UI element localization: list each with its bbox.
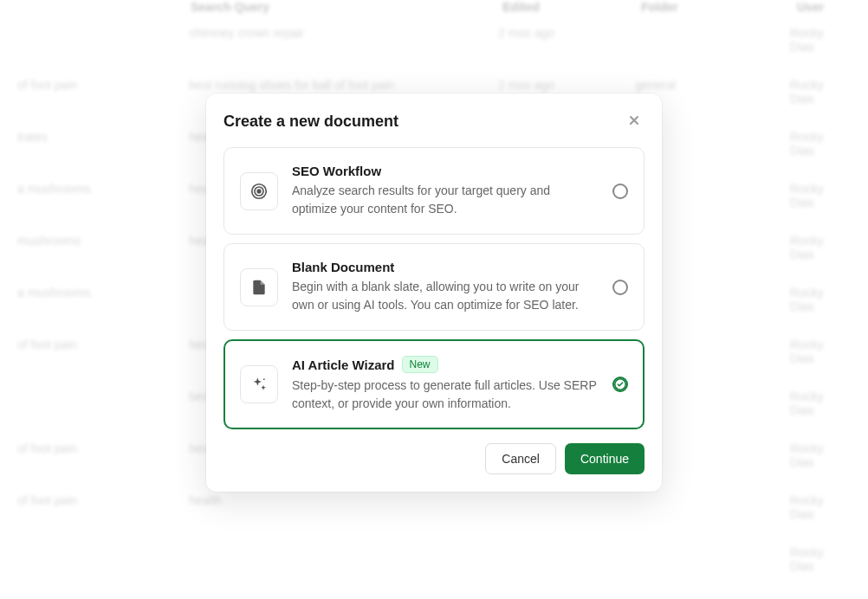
- svg-point-3: [263, 378, 265, 380]
- option-title: AI Article Wizard: [292, 357, 395, 372]
- target-icon: [240, 172, 278, 210]
- option-seo-workflow[interactable]: SEO Workflow Analyze search results for …: [223, 147, 645, 235]
- cancel-button[interactable]: Cancel: [485, 443, 556, 474]
- create-document-modal: Create a new document SEO Workflow Analy…: [206, 93, 662, 492]
- sparkle-icon: [240, 365, 278, 403]
- option-content: Blank Document Begin with a blank slate,…: [292, 260, 599, 314]
- option-description: Analyze search results for your target q…: [292, 182, 599, 218]
- radio-unchecked-icon: [612, 280, 628, 295]
- option-description: Begin with a blank slate, allowing you t…: [292, 278, 599, 314]
- radio-checked-icon: [612, 377, 628, 392]
- option-description: Step-by-step process to generate full ar…: [292, 377, 599, 413]
- modal-title: Create a new document: [223, 113, 398, 131]
- svg-point-2: [257, 190, 261, 193]
- close-button[interactable]: [624, 111, 645, 132]
- modal-footer: Cancel Continue: [223, 443, 645, 474]
- document-icon: [240, 268, 278, 306]
- option-blank-document[interactable]: Blank Document Begin with a blank slate,…: [223, 243, 645, 331]
- close-icon: [629, 113, 639, 129]
- option-content: SEO Workflow Analyze search results for …: [292, 164, 599, 218]
- new-badge: New: [402, 356, 438, 373]
- continue-button[interactable]: Continue: [565, 443, 645, 474]
- option-content: AI Article Wizard New Step-by-step proce…: [292, 356, 599, 413]
- modal-header: Create a new document: [223, 111, 645, 132]
- option-title: Blank Document: [292, 260, 394, 274]
- option-title: SEO Workflow: [292, 164, 381, 178]
- option-ai-article-wizard[interactable]: AI Article Wizard New Step-by-step proce…: [223, 339, 645, 429]
- radio-unchecked-icon: [612, 184, 628, 199]
